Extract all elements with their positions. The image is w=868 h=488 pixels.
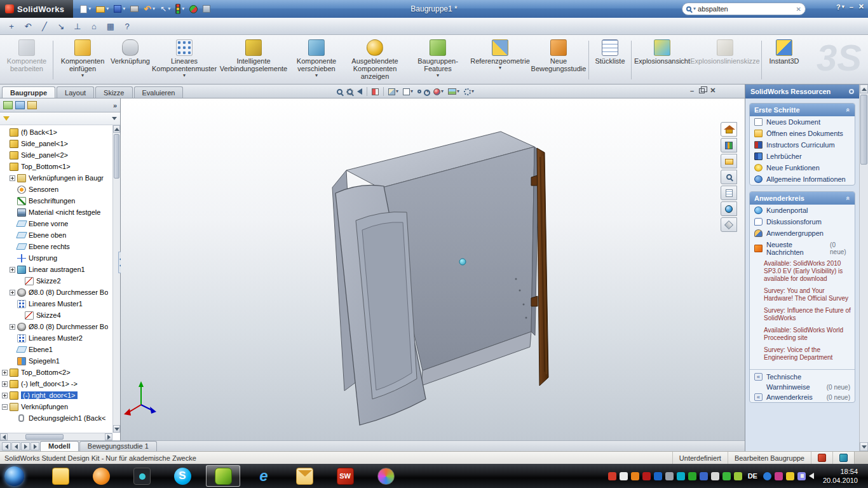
tree-item[interactable]: (f) Back<1> bbox=[0, 126, 112, 138]
tree-vertical-scrollbar[interactable] bbox=[112, 125, 120, 433]
toolbar2-move-button[interactable]: + bbox=[5, 20, 18, 32]
move-component-button[interactable]: Komponente verschieben▾ bbox=[289, 37, 344, 83]
file-explorer-tab[interactable] bbox=[721, 154, 737, 168]
status-icon-cell[interactable] bbox=[832, 452, 854, 464]
tree-item-selected[interactable]: (-) right_door<1> bbox=[0, 390, 112, 401]
tray-icon[interactable] bbox=[763, 472, 771, 480]
tray-icon[interactable] bbox=[665, 472, 674, 480]
expand-toggle[interactable] bbox=[2, 370, 8, 376]
zoom-fit-button[interactable] bbox=[336, 86, 344, 97]
link-neueste-nachrichten[interactable]: Neueste Nachrichten(0 neue) bbox=[750, 239, 855, 258]
tree-item[interactable]: Linear austragen1 bbox=[0, 264, 112, 275]
search-icon[interactable] bbox=[686, 6, 691, 11]
link-allgemeine-informationen[interactable]: Allgemeine Informationen bbox=[750, 173, 855, 185]
expand-toggle[interactable] bbox=[10, 324, 15, 330]
exploded-view-button[interactable]: Explosionsansicht bbox=[634, 37, 691, 83]
tree-item[interactable]: Sensoren bbox=[0, 184, 112, 195]
search-input[interactable] bbox=[698, 5, 794, 13]
scrollbar-thumb[interactable] bbox=[114, 134, 119, 179]
taskbar-app-media-player[interactable] bbox=[84, 465, 118, 487]
collapse-section-icon[interactable]: « bbox=[844, 108, 852, 112]
scrollbar-thumb[interactable] bbox=[860, 95, 867, 165]
bill-of-materials-button[interactable]: Stückliste bbox=[591, 37, 629, 83]
tray-icon[interactable] bbox=[734, 472, 742, 480]
taskbar-app-dark[interactable] bbox=[125, 465, 159, 487]
footer-warnhinweise[interactable]: Warnhinweise(0 neue) bbox=[750, 382, 855, 392]
toolbar2-home-button[interactable]: ⌂ bbox=[88, 20, 100, 32]
scroll-left-arrow[interactable] bbox=[0, 433, 8, 440]
link-neues-dokument[interactable]: Neues Dokument bbox=[750, 116, 855, 128]
collapse-section-icon[interactable]: « bbox=[844, 196, 852, 200]
expand-chevrons-icon[interactable]: « bbox=[754, 393, 763, 401]
tray-icon[interactable] bbox=[654, 472, 662, 480]
tab-scroll-next-button[interactable] bbox=[21, 442, 30, 451]
doc-minimize-button[interactable]: – bbox=[690, 87, 694, 95]
doc-close-button[interactable]: ✕ bbox=[710, 86, 715, 95]
tree-item[interactable]: Skizze2 bbox=[0, 275, 112, 287]
previous-view-button[interactable] bbox=[356, 86, 363, 97]
tree-item[interactable]: Ebene oben bbox=[0, 229, 112, 241]
taskbar-app-internet-explorer[interactable] bbox=[247, 465, 281, 487]
tree-item[interactable]: Verknüpfungen bbox=[0, 401, 112, 412]
tree-item[interactable]: Ursprung bbox=[0, 252, 112, 264]
tray-icon[interactable] bbox=[700, 472, 708, 480]
toolbar2-rotate-button[interactable]: ↶ bbox=[22, 20, 34, 32]
hide-show-items-button[interactable]: ▾ bbox=[416, 86, 430, 97]
instant3d-button[interactable]: Instant3D bbox=[764, 37, 804, 83]
scroll-right-arrow[interactable] bbox=[105, 433, 112, 440]
linear-component-pattern-button[interactable]: Lineares Komponentenmuster▾ bbox=[151, 37, 218, 83]
featuremanager-tab-icon[interactable] bbox=[3, 101, 13, 109]
taskbar-app-active[interactable] bbox=[206, 465, 240, 487]
print-button[interactable] bbox=[128, 2, 140, 16]
tree-item[interactable]: (-) left_door<1> -> bbox=[0, 378, 112, 390]
custom-properties-tab[interactable] bbox=[721, 217, 737, 232]
close-button[interactable]: ✕ bbox=[858, 3, 864, 11]
expand-toggle[interactable] bbox=[10, 267, 15, 273]
link-diskussionsforum[interactable]: Diskussionsforum bbox=[750, 216, 855, 227]
tree-item[interactable]: Ebene vorne bbox=[0, 218, 112, 229]
tab-model[interactable]: Modell bbox=[40, 441, 79, 451]
expand-toggle[interactable] bbox=[2, 381, 8, 387]
tab-scroll-first-button[interactable] bbox=[2, 442, 11, 451]
tree-item[interactable]: Ebene rechts bbox=[0, 241, 112, 252]
insert-components-button[interactable]: Komponenten einfügen▾ bbox=[55, 37, 110, 83]
help-button[interactable]: ?▾ bbox=[836, 3, 844, 11]
link-kundenportal[interactable]: Kundenportal bbox=[750, 205, 855, 216]
smart-fasteners-button[interactable]: Intelligente Verbindungselemente bbox=[218, 37, 289, 83]
volume-icon[interactable] bbox=[809, 473, 814, 479]
tree-item[interactable]: Side_panel<2> bbox=[0, 149, 112, 161]
expand-chevrons-icon[interactable]: « bbox=[754, 373, 763, 381]
pin-icon[interactable] bbox=[849, 89, 854, 94]
footer-anwenderkreis[interactable]: «Anwenderkreis(0 neue) bbox=[750, 392, 855, 402]
tray-icon[interactable] bbox=[722, 472, 731, 480]
options-button[interactable]: ▾ bbox=[173, 2, 186, 16]
minimize-button[interactable]: – bbox=[850, 3, 853, 11]
new-document-button[interactable]: ▾ bbox=[78, 2, 93, 16]
file-properties-button[interactable] bbox=[201, 2, 212, 16]
tab-scroll-last-button[interactable] bbox=[31, 442, 39, 451]
toolbar2-reorder-button[interactable]: ↘ bbox=[55, 20, 67, 32]
link-instructors-curriculum[interactable]: Instructors Curriculum bbox=[750, 139, 855, 151]
taskbar-app-mail[interactable] bbox=[287, 465, 322, 487]
view-settings-button[interactable]: ▾ bbox=[463, 86, 475, 97]
tree-item[interactable]: Lineares Muster1 bbox=[0, 298, 112, 309]
news-item[interactable]: Available: SolidWorks World Proceeding s… bbox=[764, 327, 851, 342]
scroll-down-arrow[interactable] bbox=[113, 425, 120, 433]
tab-layout[interactable]: Layout bbox=[57, 86, 94, 98]
doc-restore-button[interactable] bbox=[699, 88, 705, 93]
scene-button[interactable]: ▾ bbox=[447, 86, 461, 97]
scroll-up-arrow[interactable] bbox=[860, 85, 868, 93]
news-item[interactable]: Survey: Voice of the Engineering Departm… bbox=[764, 346, 851, 362]
link-neue-funktionen[interactable]: Neue Funktionen bbox=[750, 162, 855, 173]
scrollbar-thumb[interactable] bbox=[25, 434, 64, 440]
tree-item[interactable]: Beschriftungen bbox=[0, 195, 112, 207]
expand-toggle[interactable] bbox=[10, 290, 15, 295]
language-indicator[interactable]: DE bbox=[745, 472, 760, 480]
task-pane-scrollbar[interactable] bbox=[859, 85, 868, 451]
reference-geometry-button[interactable]: Referenzgeometrie▾ bbox=[470, 37, 531, 83]
tree-item[interactable]: Top_Bottom<1> bbox=[0, 161, 112, 172]
toolbar2-constraint-button[interactable]: ⊥ bbox=[71, 20, 84, 32]
toolbar2-help-button[interactable]: ? bbox=[121, 20, 133, 32]
graphics-viewport[interactable] bbox=[121, 98, 745, 440]
configurationmanager-tab-icon[interactable] bbox=[27, 101, 37, 109]
